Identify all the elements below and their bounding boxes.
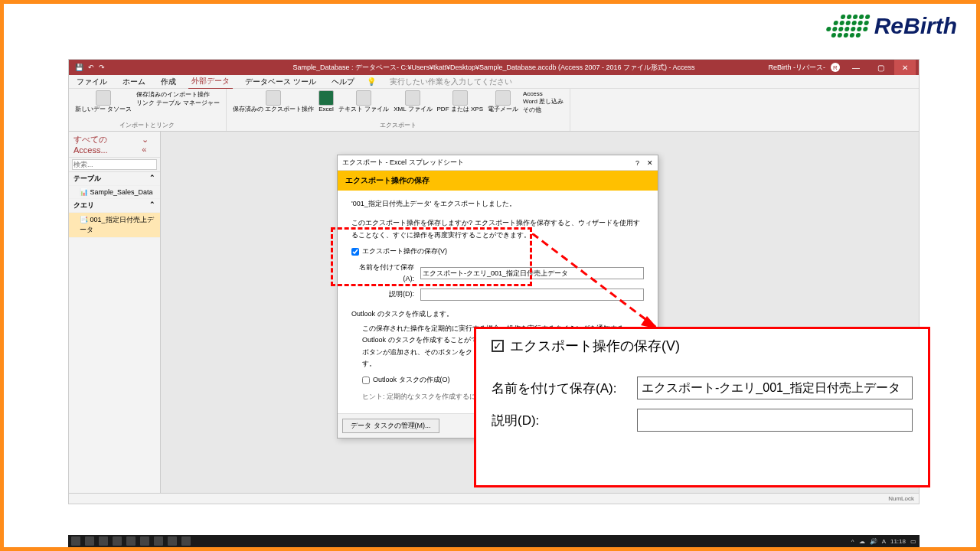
- nav-item-sample-sales[interactable]: 📊 Sample_Sales_Data: [69, 186, 160, 199]
- export-word-button[interactable]: Word 差し込み: [523, 97, 564, 106]
- export-access-button[interactable]: Access: [523, 90, 564, 97]
- status-bar: NumLock: [69, 493, 919, 504]
- zoom-callout: ✓ エクスポート操作の保存(V) 名前を付けて保存(A): 説明(D):: [474, 327, 930, 487]
- tab-external-data[interactable]: 外部データ: [188, 74, 233, 90]
- dialog-title: エクスポート - Excel スプレッドシート: [342, 158, 464, 168]
- zoom-name-input[interactable]: [637, 377, 913, 399]
- quick-access-toolbar[interactable]: 💾 ↶ ↷: [69, 64, 111, 71]
- tab-help[interactable]: ヘルプ: [328, 75, 358, 89]
- save-icon[interactable]: 💾: [75, 64, 83, 71]
- saved-exports-button[interactable]: 保存済みの エクスポート操作: [233, 90, 314, 113]
- explorer-icon[interactable]: [113, 536, 122, 546]
- dialog-close-button[interactable]: ✕: [647, 159, 653, 167]
- tab-create[interactable]: 作成: [158, 75, 179, 89]
- redo-icon[interactable]: ↷: [99, 64, 105, 71]
- export-excel-button[interactable]: Excel: [318, 90, 334, 113]
- rebirth-logo: ReBirth: [827, 13, 957, 39]
- export-success-msg: '001_指定日付売上データ' をエクスポートしました。: [351, 198, 644, 210]
- save-export-checkbox[interactable]: [351, 248, 359, 256]
- manage-data-tasks-button[interactable]: データ タスクの管理(M)...: [342, 419, 439, 433]
- help-button[interactable]: ?: [635, 159, 639, 167]
- tellme-input[interactable]: 実行したい作業を入力してください: [390, 77, 512, 87]
- tab-file[interactable]: ファイル: [74, 75, 110, 89]
- maximize-button[interactable]: ▢: [870, 60, 891, 75]
- linked-table-manager-button[interactable]: リンク テーブル マネージャー: [136, 99, 219, 107]
- tray-ime-icon[interactable]: A: [882, 538, 886, 545]
- save-export-prompt: このエクスポート操作を保存しますか? エクスポート操作を保存すると、ウィザードを…: [351, 217, 644, 241]
- window-title: Sample_Database : データベース- C:¥Users¥tkatt…: [292, 63, 694, 73]
- new-datasource-button[interactable]: 新しいデー タソース: [75, 90, 132, 113]
- export-text-button[interactable]: テキスト ファイル: [338, 90, 389, 113]
- export-pdf-button[interactable]: PDF または XPS: [437, 90, 483, 113]
- export-name-input[interactable]: [420, 267, 644, 279]
- nav-cat-tables[interactable]: テーブル⌃: [69, 172, 160, 186]
- zoom-name-label: 名前を付けて保存(A):: [492, 380, 622, 397]
- app-icon2[interactable]: [154, 536, 163, 546]
- access-icon[interactable]: [168, 536, 177, 546]
- navigation-pane: すべての Access...⌄ « テーブル⌃ 📊 Sample_Sales_D…: [69, 132, 161, 493]
- ribbon: 新しいデー タソース 保存済みのインポート操作 リンク テーブル マネージャー …: [69, 89, 919, 132]
- minimize-button[interactable]: —: [845, 60, 867, 75]
- app-icon3[interactable]: [181, 536, 191, 546]
- tray-cloud-icon[interactable]: ☁: [859, 538, 865, 545]
- export-other-button[interactable]: その他: [523, 106, 564, 114]
- outlook-section-head: Outlook のタスクを作成します。: [351, 308, 644, 320]
- nav-item-query001[interactable]: 📑 001_指定日付売上データ: [69, 213, 160, 238]
- nav-header[interactable]: すべての Access...⌄ «: [69, 132, 160, 158]
- export-desc-input[interactable]: [420, 289, 644, 301]
- zoom-desc-input[interactable]: [637, 409, 913, 432]
- outlook-task-checkbox[interactable]: [362, 377, 370, 384]
- titlebar: 💾 ↶ ↷ Sample_Database : データベース- C:¥Users…: [69, 60, 919, 75]
- nav-search-input[interactable]: [72, 159, 157, 170]
- undo-icon[interactable]: ↶: [88, 64, 94, 71]
- tray-volume-icon[interactable]: 🔊: [870, 538, 877, 545]
- tab-home[interactable]: ホーム: [119, 75, 149, 89]
- account-badge-icon[interactable]: R: [831, 63, 840, 72]
- dialog-banner: エクスポート操作の保存: [338, 171, 658, 191]
- zoom-desc-label: 説明(D):: [492, 412, 622, 429]
- desc-label: 説明(D):: [351, 289, 414, 300]
- group-export-label: エクスポート: [233, 121, 564, 129]
- account-label: ReBirth -リバース-: [768, 63, 825, 73]
- zoom-checkbox-label: エクスポート操作の保存(V): [510, 337, 680, 355]
- export-xml-button[interactable]: XML ファイル: [394, 90, 432, 113]
- lightbulb-icon: 💡: [367, 77, 376, 86]
- tab-dbtools[interactable]: データベース ツール: [242, 75, 319, 89]
- chevron-down-icon: ⌄ «: [142, 135, 155, 154]
- close-button[interactable]: ✕: [894, 60, 916, 75]
- group-import-label: インポートとリンク: [75, 121, 220, 129]
- chrome-icon[interactable]: [126, 536, 136, 546]
- taskbar[interactable]: ^ ☁ 🔊 A 11:18 ▭: [68, 535, 920, 547]
- name-label: 名前を付けて保存(A):: [351, 262, 414, 285]
- tray-notif-icon[interactable]: ▭: [910, 538, 916, 545]
- saved-imports-button[interactable]: 保存済みのインポート操作: [136, 90, 219, 99]
- export-email-button[interactable]: 電子メール: [488, 90, 518, 113]
- nav-cat-queries[interactable]: クエリ⌃: [69, 199, 160, 213]
- search-icon[interactable]: [85, 536, 94, 546]
- taskview-icon[interactable]: [99, 536, 108, 546]
- logo-text: ReBirth: [874, 13, 957, 39]
- app-icon[interactable]: [140, 536, 149, 546]
- menu-tabs: ファイル ホーム 作成 外部データ データベース ツール ヘルプ 💡 実行したい…: [69, 75, 919, 89]
- logo-dots-icon: [825, 15, 870, 37]
- start-button[interactable]: [71, 536, 80, 546]
- zoom-checkbox-icon: ✓: [492, 340, 504, 352]
- tray-clock[interactable]: 11:18: [890, 538, 906, 545]
- tray-up-icon[interactable]: ^: [851, 538, 854, 545]
